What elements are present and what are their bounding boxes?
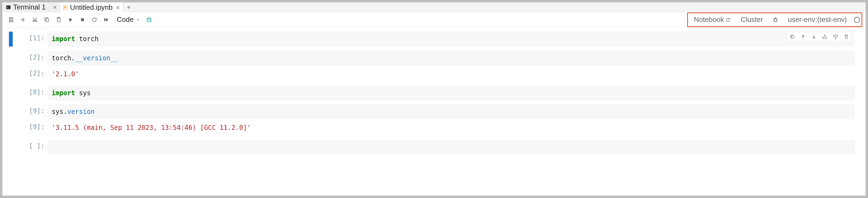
output-cell: [2]:'2.1.0' bbox=[2, 66, 866, 82]
svg-point-0 bbox=[33, 20, 35, 22]
svg-rect-6 bbox=[147, 18, 151, 22]
tab-bar: >_ Terminal 1 Untitled.ipynb bbox=[2, 2, 866, 12]
cell-gutter bbox=[9, 140, 13, 154]
close-icon[interactable] bbox=[116, 5, 120, 10]
restart-kernel-button[interactable] bbox=[89, 15, 100, 25]
cell-gutter bbox=[9, 86, 13, 101]
add-tab-button[interactable] bbox=[123, 2, 134, 12]
restart-run-all-button[interactable] bbox=[101, 15, 112, 25]
execution-count: [2]: bbox=[15, 67, 47, 80]
kernel-name-label: user-env:(test-env) bbox=[788, 16, 847, 24]
close-icon[interactable] bbox=[53, 5, 57, 10]
svg-rect-10 bbox=[834, 35, 837, 36]
svg-point-1 bbox=[35, 20, 37, 22]
execution-count: [2]: bbox=[15, 51, 47, 64]
insert-cell-below-button[interactable] bbox=[832, 33, 840, 41]
cell-type-label: Code bbox=[117, 16, 133, 24]
copy-button[interactable] bbox=[41, 15, 52, 25]
bug-icon bbox=[773, 17, 778, 23]
cell-gutter bbox=[9, 51, 13, 66]
code-editor[interactable]: import sys bbox=[47, 86, 855, 101]
debug-button[interactable] bbox=[770, 15, 781, 25]
delete-cell-button[interactable] bbox=[842, 33, 850, 41]
code-cell[interactable]: [8]:import sys bbox=[2, 85, 866, 101]
move-cell-down-button[interactable] bbox=[810, 33, 818, 41]
svg-rect-5 bbox=[81, 18, 84, 21]
tab-terminal[interactable]: >_ Terminal 1 bbox=[3, 2, 60, 12]
insert-cell-above-button[interactable] bbox=[821, 33, 829, 41]
notebook-file-icon bbox=[63, 5, 67, 10]
execution-count: [ ]: bbox=[15, 140, 47, 152]
cell-gutter bbox=[9, 120, 13, 135]
open-notebook-button[interactable]: Notebook bbox=[691, 15, 734, 25]
cluster-button[interactable]: Cluster bbox=[737, 15, 766, 25]
code-editor[interactable]: torch.__version__ bbox=[47, 51, 855, 66]
save-button[interactable] bbox=[6, 15, 17, 25]
kernel-idle-icon bbox=[854, 17, 860, 23]
output-cell: [9]:'3.11.5 (main, Sep 11 2023, 13:54:46… bbox=[2, 120, 866, 136]
cell-gutter bbox=[9, 67, 13, 82]
cell-gutter bbox=[9, 32, 13, 47]
code-cell[interactable]: [ ]: bbox=[2, 139, 866, 155]
external-link-icon bbox=[725, 17, 731, 22]
notebook-label: Notebook bbox=[694, 16, 724, 24]
cluster-label: Cluster bbox=[741, 16, 763, 24]
execution-count: [8]: bbox=[15, 86, 47, 99]
code-editor[interactable] bbox=[47, 140, 855, 154]
tab-title: Terminal 1 bbox=[13, 3, 50, 11]
execution-count: [9]: bbox=[15, 105, 47, 117]
notebook-toolbar: Code Notebook Cluster bbox=[2, 12, 866, 27]
move-cell-up-button[interactable] bbox=[799, 33, 807, 41]
cut-button[interactable] bbox=[29, 15, 40, 25]
run-button[interactable] bbox=[65, 15, 76, 25]
code-cell[interactable]: [9]:sys.version bbox=[2, 104, 866, 120]
cell-gutter bbox=[9, 105, 13, 119]
code-editor[interactable]: sys.version bbox=[47, 105, 855, 119]
svg-rect-2 bbox=[46, 19, 49, 22]
cell-toolbar bbox=[788, 33, 850, 41]
terminal-icon: >_ bbox=[6, 5, 10, 9]
paste-button[interactable] bbox=[53, 15, 64, 25]
code-editor[interactable]: import torch bbox=[47, 32, 855, 47]
render-button[interactable] bbox=[144, 15, 154, 25]
tab-notebook[interactable]: Untitled.ipynb bbox=[60, 2, 123, 12]
svg-rect-8 bbox=[792, 36, 794, 38]
tab-title: Untitled.ipynb bbox=[70, 3, 113, 11]
output-text: '2.1.0' bbox=[47, 67, 855, 82]
output-text: '3.11.5 (main, Sep 11 2023, 13:54:46) [G… bbox=[47, 120, 855, 135]
execution-count: [1]: bbox=[15, 32, 47, 45]
execution-count: [9]: bbox=[15, 120, 47, 133]
code-cell[interactable]: [1]:import torch bbox=[2, 31, 866, 47]
duplicate-cell-button[interactable] bbox=[788, 33, 796, 41]
chevron-down-icon bbox=[136, 18, 140, 22]
code-cell[interactable]: [2]:torch.__version__ bbox=[2, 50, 866, 66]
insert-cell-button[interactable] bbox=[18, 15, 28, 25]
kernel-status-area: Notebook Cluster user-env:(test-env) bbox=[687, 12, 862, 27]
interrupt-button[interactable] bbox=[77, 15, 88, 25]
svg-point-7 bbox=[774, 19, 777, 21]
kernel-selector[interactable]: user-env:(test-env) bbox=[785, 15, 850, 25]
svg-rect-9 bbox=[823, 37, 826, 39]
cell-type-dropdown[interactable]: Code bbox=[113, 15, 143, 25]
notebook-body[interactable]: [1]:import torch[2]:torch.__version__[2]… bbox=[2, 27, 866, 196]
